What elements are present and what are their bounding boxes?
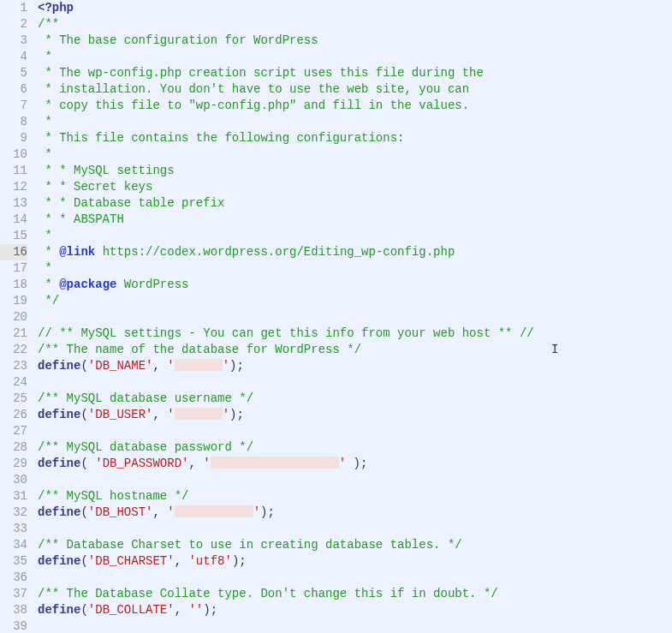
function-name: define xyxy=(38,505,80,519)
comment-text: */ xyxy=(38,294,59,308)
line-number: 26 xyxy=(0,407,27,423)
code-line[interactable]: * @link https://codex.wordpress.org/Edit… xyxy=(38,244,672,260)
code-line[interactable]: * xyxy=(38,260,672,277)
code-line[interactable]: * xyxy=(38,114,672,130)
line-number: 20 xyxy=(0,309,27,325)
line-number: 3 xyxy=(0,33,27,49)
code-line[interactable]: /** Database Charset to use in creating … xyxy=(38,537,672,553)
line-number: 33 xyxy=(0,521,27,537)
comment-text: * xyxy=(38,278,59,291)
line-number: 1 xyxy=(0,0,27,16)
code-line[interactable]: * * Secret keys xyxy=(38,179,672,195)
line-number: 4 xyxy=(0,49,27,65)
code-line[interactable]: * This file contains the following confi… xyxy=(38,130,672,146)
redacted-value xyxy=(175,505,253,517)
redacted-value xyxy=(175,408,223,420)
code-line[interactable] xyxy=(38,521,672,537)
line-number: 5 xyxy=(0,65,27,81)
comment-text: * xyxy=(38,245,59,259)
function-name: define xyxy=(38,408,80,421)
code-line[interactable] xyxy=(38,570,672,586)
line-number: 39 xyxy=(0,618,27,633)
comment-text: * xyxy=(38,261,52,275)
function-name: define xyxy=(38,457,80,470)
code-line[interactable]: /** The Database Collate type. Don't cha… xyxy=(38,586,672,602)
line-number: 36 xyxy=(0,570,27,586)
line-number: 7 xyxy=(0,98,27,114)
line-number: 23 xyxy=(0,358,27,374)
code-line[interactable]: * * ABSPATH xyxy=(38,212,672,228)
line-number: 29 xyxy=(0,456,27,472)
code-editor[interactable]: 1 2 3 4 5 6 7 8 9 10 11 12 13 14 15 16 1… xyxy=(0,0,672,633)
comment-text: /** MySQL database password */ xyxy=(38,440,253,454)
line-number: 31 xyxy=(0,488,27,505)
code-line[interactable]: define( 'DB_PASSWORD', '' ); xyxy=(38,456,672,472)
phpdoc-tag: @package xyxy=(59,278,116,291)
function-name: define xyxy=(38,554,80,568)
line-number: 15 xyxy=(0,228,27,244)
line-number: 24 xyxy=(0,374,27,391)
code-line[interactable]: * @package WordPress xyxy=(38,277,672,293)
line-number: 35 xyxy=(0,553,27,570)
code-line[interactable]: * The wp-config.php creation script uses… xyxy=(38,65,672,81)
code-line[interactable] xyxy=(38,374,672,391)
line-number: 27 xyxy=(0,423,27,439)
line-number: 32 xyxy=(0,505,27,521)
code-line[interactable]: define('DB_HOST', ''); xyxy=(38,505,672,521)
code-line[interactable]: * * Database table prefix xyxy=(38,195,672,212)
comment-text: * xyxy=(38,147,52,161)
comment-text: /** xyxy=(38,17,59,31)
line-number: 19 xyxy=(0,293,27,309)
line-number: 34 xyxy=(0,537,27,553)
comment-text: /** The Database Collate type. Don't cha… xyxy=(38,587,498,600)
code-line[interactable]: /** MySQL database username */ xyxy=(38,391,672,407)
code-line[interactable]: define('DB_CHARSET', 'utf8'); xyxy=(38,553,672,570)
code-line[interactable]: /** The name of the database for WordPre… xyxy=(38,342,672,358)
code-line[interactable]: /** MySQL hostname */ xyxy=(38,488,672,505)
code-area[interactable]: <?php /** * The base configuration for W… xyxy=(34,0,672,633)
string-literal: '' xyxy=(188,603,203,617)
code-line[interactable]: * xyxy=(38,49,672,65)
code-line[interactable]: <?php xyxy=(38,0,672,16)
code-line[interactable]: * xyxy=(38,228,672,244)
code-line[interactable]: define('DB_NAME', ''); xyxy=(38,358,672,374)
code-line[interactable]: // ** MySQL settings - You can get this … xyxy=(38,325,672,342)
comment-text: https://codex.wordpress.org/Editing_wp-c… xyxy=(95,245,455,259)
line-number: 21 xyxy=(0,325,27,342)
comment-text: WordPress xyxy=(116,278,188,291)
line-number: 6 xyxy=(0,81,27,98)
comment-text: /** MySQL database username */ xyxy=(38,391,253,405)
comment-text: * xyxy=(38,50,52,63)
line-number-current: 16 xyxy=(0,244,27,260)
code-line[interactable]: * * MySQL settings xyxy=(38,163,672,179)
line-number: 2 xyxy=(0,16,27,33)
code-line[interactable]: /** xyxy=(38,16,672,33)
code-line[interactable]: * The base configuration for WordPress xyxy=(38,33,672,49)
line-number: 17 xyxy=(0,260,27,277)
redacted-value xyxy=(211,457,339,469)
line-number: 10 xyxy=(0,146,27,163)
redacted-value xyxy=(175,359,223,371)
string-literal: 'DB_PASSWORD' xyxy=(95,457,188,470)
code-line[interactable] xyxy=(38,618,672,633)
comment-text: * xyxy=(38,229,52,242)
comment-text: * * MySQL settings xyxy=(38,164,175,177)
code-line[interactable]: * installation. You don't have to use th… xyxy=(38,81,672,98)
code-line[interactable] xyxy=(38,423,672,439)
line-number: 18 xyxy=(0,277,27,293)
code-line[interactable]: define('DB_COLLATE', ''); xyxy=(38,602,672,618)
code-line[interactable]: /** MySQL database password */ xyxy=(38,439,672,456)
code-line[interactable] xyxy=(38,309,672,325)
code-line[interactable]: * copy this file to "wp-config.php" and … xyxy=(38,98,672,114)
code-line[interactable]: define('DB_USER', ''); xyxy=(38,407,672,423)
code-line[interactable]: */ xyxy=(38,293,672,309)
string-literal: 'utf8' xyxy=(188,554,231,568)
comment-text: // ** MySQL settings - You can get this … xyxy=(38,326,534,340)
comment-text: /** MySQL hostname */ xyxy=(38,489,188,503)
line-number: 9 xyxy=(0,130,27,146)
line-number: 11 xyxy=(0,163,27,179)
line-number: 8 xyxy=(0,114,27,130)
code-line[interactable]: * xyxy=(38,146,672,163)
comment-text: * copy this file to "wp-config.php" and … xyxy=(38,99,469,112)
code-line[interactable] xyxy=(38,472,672,488)
